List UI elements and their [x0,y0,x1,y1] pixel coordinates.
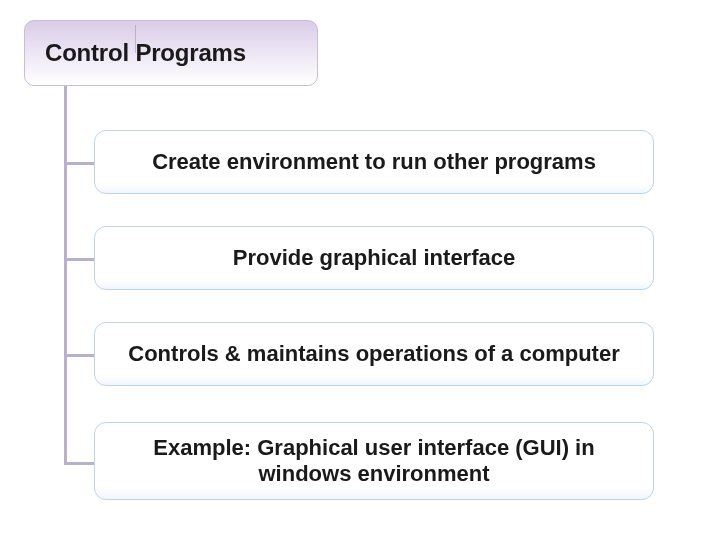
child-label-2: Provide graphical interface [233,245,515,271]
connector-h-4 [64,462,94,465]
parent-title: Control Programs [45,39,246,67]
child-label-4: Example: Graphical user interface (GUI) … [113,435,635,487]
child-node-3: Controls & maintains operations of a com… [94,322,654,386]
child-node-1: Create environment to run other programs [94,130,654,194]
connector-h-1 [64,162,94,165]
child-node-4: Example: Graphical user interface (GUI) … [94,422,654,500]
connector-h-2 [64,258,94,261]
child-label-1: Create environment to run other programs [152,149,596,175]
header-divider [135,25,136,53]
connector-vertical [64,86,67,464]
child-label-3: Controls & maintains operations of a com… [128,341,619,367]
child-node-2: Provide graphical interface [94,226,654,290]
connector-h-3 [64,354,94,357]
parent-node: Control Programs [24,20,318,86]
